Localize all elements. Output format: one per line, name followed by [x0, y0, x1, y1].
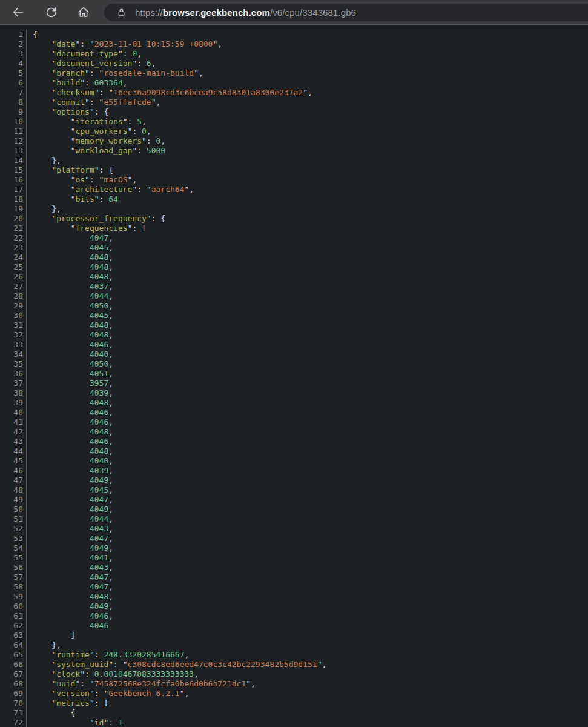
line-number: 1: [0, 30, 27, 39]
json-quote: ": [90, 39, 94, 48]
url-bar[interactable]: https://browser.geekbench.com/v6/cpu/334…: [104, 4, 588, 21]
json-punct: [33, 49, 51, 58]
json-string: aarch64: [151, 185, 185, 194]
code-text: "architecture": "aarch64",: [27, 185, 194, 194]
json-punct: [33, 379, 90, 388]
json-quote: ": [85, 175, 90, 184]
code-line: 30 4045,: [0, 311, 588, 320]
line-number: 30: [0, 311, 27, 320]
json-number: 4048: [90, 262, 108, 271]
code-line: 47 4049,: [0, 476, 588, 485]
json-punct: [33, 78, 51, 87]
code-text: "processor_frequency": {: [27, 214, 165, 224]
json-punct: [33, 582, 90, 591]
line-number: 16: [0, 175, 27, 185]
code-line: 62 4046: [0, 621, 588, 631]
line-number: 10: [0, 117, 27, 127]
json-number: 4040: [90, 456, 108, 465]
json-number: 4049: [90, 476, 108, 485]
line-number: 70: [0, 699, 27, 708]
json-punct: :: [90, 98, 99, 107]
json-number: 4048: [90, 592, 108, 601]
code-line: 11 "cpu_workers": 0,: [0, 127, 588, 136]
json-punct: :: [99, 88, 109, 97]
json-number: 4039: [90, 466, 108, 475]
json-key: processor_frequency: [56, 214, 147, 223]
json-punct: ,: [108, 456, 113, 465]
json-number: 4050: [90, 301, 108, 310]
code-text: "checksum": "16ec36a9098cd3c6bcea9c58d83…: [27, 88, 312, 98]
code-line: 53 4047,: [0, 534, 588, 543]
json-punct: [33, 398, 90, 407]
code-line: 27 4037,: [0, 282, 588, 291]
json-punct: [33, 127, 71, 136]
code-line: 39 4048,: [0, 398, 588, 408]
code-text: "date": "2023-11-01 10:15:59 +0800",: [27, 39, 222, 49]
code-text: },: [27, 204, 61, 214]
url-host: browser.geekbench.com: [163, 7, 270, 18]
json-quote: ": [80, 669, 85, 679]
line-number: 13: [0, 146, 27, 156]
json-number: 4045: [90, 311, 108, 320]
json-punct: [33, 233, 90, 242]
json-string: macOS: [104, 175, 127, 184]
json-punct: [33, 59, 51, 68]
json-punct: [33, 320, 90, 330]
code-line: 9 "options": {: [0, 107, 588, 117]
json-key: workload_gap: [75, 146, 132, 155]
code-line: 5 "branch": "rosedale-main-build",: [0, 68, 588, 78]
json-quote: ": [51, 59, 56, 68]
json-number: 4051: [90, 369, 108, 378]
json-punct: [33, 340, 90, 349]
json-punct: ,: [108, 350, 113, 359]
json-quote: ": [108, 88, 113, 97]
refresh-button[interactable]: [44, 5, 58, 19]
json-punct: ,: [108, 272, 113, 281]
json-punct: ,: [108, 379, 113, 388]
code-text: "memory_workers": 0,: [27, 136, 165, 146]
line-number: 34: [0, 350, 27, 359]
json-key: runtime: [56, 650, 90, 659]
json-punct: ,: [194, 669, 199, 679]
json-punct: [33, 718, 90, 727]
json-quote: ": [51, 107, 56, 116]
json-number: 4037: [90, 282, 108, 291]
line-number: 72: [0, 718, 27, 727]
code-text: },: [27, 156, 61, 165]
line-number: 3: [0, 49, 27, 59]
code-line: 42 4048,: [0, 427, 588, 437]
json-punct: ,: [108, 543, 113, 553]
line-number: 59: [0, 592, 27, 602]
json-punct: [33, 437, 90, 446]
json-punct: :: [85, 78, 94, 87]
json-punct: [33, 388, 90, 397]
line-number: 20: [0, 214, 27, 224]
code-text: 4043,: [27, 563, 113, 573]
code-line: 15 "platform": {: [0, 165, 588, 175]
code-text: "workload_gap": 5000: [27, 146, 165, 156]
line-number: 25: [0, 262, 27, 272]
line-number: 46: [0, 466, 27, 476]
json-punct: ,: [108, 573, 113, 582]
code-line: 36 4051,: [0, 369, 588, 379]
home-button[interactable]: [76, 5, 91, 19]
back-button[interactable]: [11, 5, 25, 19]
json-punct: ,: [108, 417, 113, 427]
code-line: 4 "document_version": 6,: [0, 59, 588, 68]
lock-icon[interactable]: [116, 7, 127, 18]
json-string: 16ec36a9098cd3c6bcea9c58d8301a8300e237a2: [113, 88, 303, 97]
json-punct: [33, 417, 90, 427]
json-punct: :: [137, 146, 147, 155]
json-quote: ": [51, 68, 56, 78]
line-number: 48: [0, 485, 27, 495]
code-line: 55 4041,: [0, 553, 588, 563]
json-punct: [33, 563, 90, 572]
json-punct: ,: [322, 660, 326, 669]
line-number: 43: [0, 437, 27, 446]
json-quote: ": [51, 39, 56, 48]
json-number: 3957: [90, 379, 108, 388]
line-number: 60: [0, 602, 27, 611]
json-punct: [33, 699, 51, 708]
json-quote: ": [142, 136, 147, 145]
line-number: 54: [0, 543, 27, 553]
